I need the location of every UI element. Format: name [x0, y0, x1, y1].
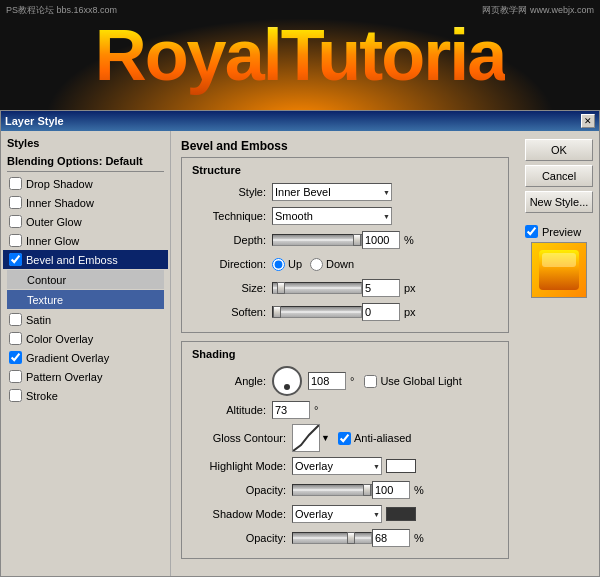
outer-glow-checkbox[interactable] [9, 215, 22, 228]
inner-shadow-label: Inner Shadow [26, 197, 94, 209]
depth-slider-thumb[interactable] [353, 234, 361, 246]
angle-dial[interactable] [272, 366, 302, 396]
depth-label: Depth: [192, 234, 272, 246]
shadow-opacity-input[interactable] [372, 529, 410, 547]
highlight-opacity-input[interactable] [372, 481, 410, 499]
layer-style-dialog: Layer Style ✕ Styles Blending Options: D… [0, 110, 600, 577]
angle-input[interactable] [308, 372, 346, 390]
sidebar-item-texture[interactable]: Texture [7, 290, 164, 309]
global-light-checkbox[interactable] [364, 375, 377, 388]
highlight-opacity-thumb[interactable] [363, 484, 371, 496]
banner-title: RoyalTutoria [95, 14, 506, 96]
highlight-color-swatch[interactable] [386, 459, 416, 473]
direction-up-radio[interactable] [272, 258, 285, 271]
dialog-titlebar: Layer Style ✕ [1, 111, 599, 131]
bevel-emboss-label: Bevel and Emboss [26, 254, 118, 266]
pattern-overlay-label: Pattern Overlay [26, 371, 102, 383]
shadow-opacity-slider[interactable] [292, 532, 372, 544]
color-overlay-checkbox[interactable] [9, 332, 22, 345]
angle-label: Angle: [192, 375, 272, 387]
direction-radio-group: Up Down [272, 258, 354, 271]
preview-checkbox[interactable] [525, 225, 538, 238]
direction-up-label[interactable]: Up [272, 258, 302, 271]
shadow-color-swatch[interactable] [386, 507, 416, 521]
direction-down-text: Down [326, 258, 354, 270]
left-panel: Styles Blending Options: Default Drop Sh… [1, 131, 171, 576]
size-slider[interactable] [272, 282, 362, 294]
dialog-close-button[interactable]: ✕ [581, 114, 595, 128]
highlight-mode-select[interactable]: Overlay Normal Screen [292, 457, 382, 475]
styles-header: Styles [3, 135, 168, 151]
inner-glow-checkbox[interactable] [9, 234, 22, 247]
pattern-overlay-checkbox[interactable] [9, 370, 22, 383]
stroke-checkbox[interactable] [9, 389, 22, 402]
soften-slider-thumb[interactable] [273, 306, 281, 318]
shadow-mode-select[interactable]: Overlay Multiply [292, 505, 382, 523]
drop-shadow-checkbox[interactable] [9, 177, 22, 190]
cancel-button[interactable]: Cancel [525, 165, 593, 187]
bevel-emboss-title: Bevel and Emboss [181, 139, 509, 153]
sidebar-item-inner-shadow[interactable]: Inner Shadow [3, 193, 168, 212]
sidebar-item-outer-glow[interactable]: Outer Glow [3, 212, 168, 231]
depth-slider[interactable] [272, 234, 362, 246]
contour-preview[interactable] [292, 424, 320, 452]
preview-label-row: Preview [525, 225, 593, 238]
size-slider-thumb[interactable] [277, 282, 285, 294]
ok-button[interactable]: OK [525, 139, 593, 161]
anti-aliased-label[interactable]: Anti-aliased [338, 432, 411, 445]
sidebar-item-drop-shadow[interactable]: Drop Shadow [3, 174, 168, 193]
bevel-emboss-checkbox[interactable] [9, 253, 22, 266]
sidebar-item-satin[interactable]: Satin [3, 310, 168, 329]
sidebar-item-stroke[interactable]: Stroke [3, 386, 168, 405]
angle-dot [284, 384, 290, 390]
color-overlay-label: Color Overlay [26, 333, 93, 345]
inner-glow-label: Inner Glow [26, 235, 79, 247]
shading-title: Shading [192, 348, 498, 360]
highlight-mode-row: Highlight Mode: Overlay Normal Screen [192, 456, 498, 476]
angle-row: Angle: ° Use Global Light [192, 366, 498, 396]
highlight-opacity-unit: % [414, 484, 424, 496]
shadow-opacity-row: Opacity: % [192, 528, 498, 548]
watermark-right: 网页教学网 www.webjx.com [482, 4, 594, 17]
main-panel: Bevel and Emboss Structure Style: Inner … [171, 131, 519, 576]
sidebar-item-color-overlay[interactable]: Color Overlay [3, 329, 168, 348]
sidebar-item-inner-glow[interactable]: Inner Glow [3, 231, 168, 250]
sidebar-item-bevel-emboss[interactable]: Bevel and Emboss [3, 250, 168, 269]
altitude-label: Altitude: [192, 404, 272, 416]
soften-label: Soften: [192, 306, 272, 318]
anti-aliased-text: Anti-aliased [354, 432, 411, 444]
highlight-opacity-label: Opacity: [192, 484, 292, 496]
inner-shadow-checkbox[interactable] [9, 196, 22, 209]
gradient-overlay-checkbox[interactable] [9, 351, 22, 364]
technique-select[interactable]: Smooth Chisel Hard [272, 207, 392, 225]
angle-unit: ° [350, 375, 354, 387]
direction-down-radio[interactable] [310, 258, 323, 271]
drop-shadow-label: Drop Shadow [26, 178, 93, 190]
size-input[interactable] [362, 279, 400, 297]
soften-input[interactable] [362, 303, 400, 321]
style-select[interactable]: Inner Bevel Outer Bevel Emboss [272, 183, 392, 201]
preview-thumbnail [531, 242, 587, 298]
highlight-opacity-slider[interactable] [292, 484, 372, 496]
technique-select-wrapper: Smooth Chisel Hard [272, 207, 392, 225]
sidebar-item-contour[interactable]: Contour [7, 270, 164, 289]
global-light-text: Use Global Light [380, 375, 461, 387]
blending-header[interactable]: Blending Options: Default [3, 153, 168, 169]
depth-input[interactable] [362, 231, 400, 249]
direction-down-label[interactable]: Down [310, 258, 354, 271]
style-row: Style: Inner Bevel Outer Bevel Emboss [192, 182, 498, 202]
altitude-input[interactable] [272, 401, 310, 419]
soften-slider[interactable] [272, 306, 362, 318]
sidebar-item-pattern-overlay[interactable]: Pattern Overlay [3, 367, 168, 386]
highlight-opacity-row: Opacity: % [192, 480, 498, 500]
shadow-opacity-thumb[interactable] [347, 532, 355, 544]
sidebar-item-gradient-overlay[interactable]: Gradient Overlay [3, 348, 168, 367]
preview-box: Preview [525, 225, 593, 298]
satin-checkbox[interactable] [9, 313, 22, 326]
direction-row: Direction: Up Down [192, 254, 498, 274]
global-light-label[interactable]: Use Global Light [364, 375, 461, 388]
dialog-body: Styles Blending Options: Default Drop Sh… [1, 131, 599, 576]
new-style-button[interactable]: New Style... [525, 191, 593, 213]
texture-label: Texture [27, 294, 63, 306]
anti-aliased-checkbox[interactable] [338, 432, 351, 445]
